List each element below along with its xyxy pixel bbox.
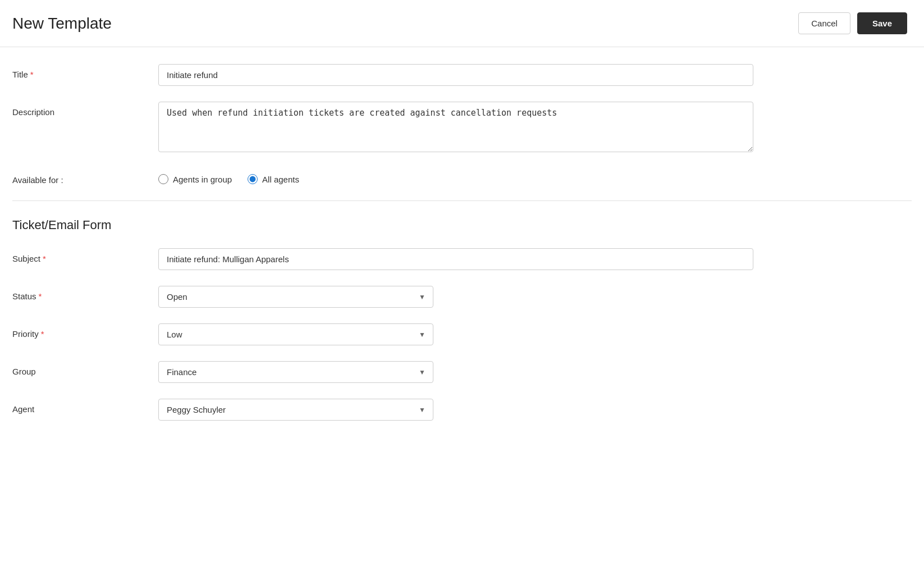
subject-control-area [158,248,753,270]
radio-agents-in-group[interactable]: Agents in group [158,174,232,184]
agent-select-wrapper: Peggy Schuyler John Smith Jane Doe ▼ [158,399,433,421]
group-row: Group Finance Support Sales Engineering … [12,361,912,383]
description-control-area: Used when refund initiation tickets are … [158,102,753,154]
radio-agents-in-group-input[interactable] [158,174,168,184]
description-label: Description [12,102,158,117]
status-label: Status * [12,286,158,301]
radio-all-agents[interactable]: All agents [248,174,299,184]
status-required-star: * [39,291,42,301]
cancel-button[interactable]: Cancel [798,12,850,34]
form-body: Title * Description Used when refund ini… [0,47,924,453]
description-input[interactable]: Used when refund initiation tickets are … [158,102,753,152]
header-actions: Cancel Save [798,12,907,34]
page-title: New Template [12,15,112,33]
title-required-star: * [30,70,34,79]
agent-select[interactable]: Peggy Schuyler John Smith Jane Doe [158,399,433,421]
status-row: Status * Open Pending Resolved Closed ▼ [12,286,912,308]
subject-row: Subject * [12,248,912,270]
priority-label: Priority * [12,323,158,339]
status-select[interactable]: Open Pending Resolved Closed [158,286,433,308]
priority-select[interactable]: Low Medium High Urgent [158,323,433,345]
priority-required-star: * [41,329,44,339]
save-button[interactable]: Save [857,12,907,34]
available-for-control-area: Agents in group All agents [158,170,753,184]
subject-label: Subject * [12,248,158,263]
priority-control-area: Low Medium High Urgent ▼ [158,323,753,345]
priority-select-wrapper: Low Medium High Urgent ▼ [158,323,433,345]
subject-input[interactable] [158,248,753,270]
group-control-area: Finance Support Sales Engineering ▼ [158,361,753,383]
section-divider [12,200,912,201]
title-control-area [158,64,753,86]
group-label: Group [12,361,158,376]
group-select[interactable]: Finance Support Sales Engineering [158,361,433,383]
page-header: New Template Cancel Save [0,0,924,47]
available-for-row: Available for : Agents in group All agen… [12,170,912,185]
title-input[interactable] [158,64,753,86]
title-row: Title * [12,64,912,86]
status-control-area: Open Pending Resolved Closed ▼ [158,286,753,308]
description-row: Description Used when refund initiation … [12,102,912,154]
agent-row: Agent Peggy Schuyler John Smith Jane Doe… [12,399,912,421]
priority-row: Priority * Low Medium High Urgent ▼ [12,323,912,345]
title-label: Title * [12,64,158,79]
agent-control-area: Peggy Schuyler John Smith Jane Doe ▼ [158,399,753,421]
group-select-wrapper: Finance Support Sales Engineering ▼ [158,361,433,383]
status-select-wrapper: Open Pending Resolved Closed ▼ [158,286,433,308]
subject-required-star: * [43,254,46,263]
ticket-form-section-title: Ticket/Email Form [12,218,912,232]
agent-label: Agent [12,399,158,414]
available-for-label: Available for : [12,170,158,185]
radio-group: Agents in group All agents [158,170,753,184]
radio-all-agents-input[interactable] [248,174,258,184]
